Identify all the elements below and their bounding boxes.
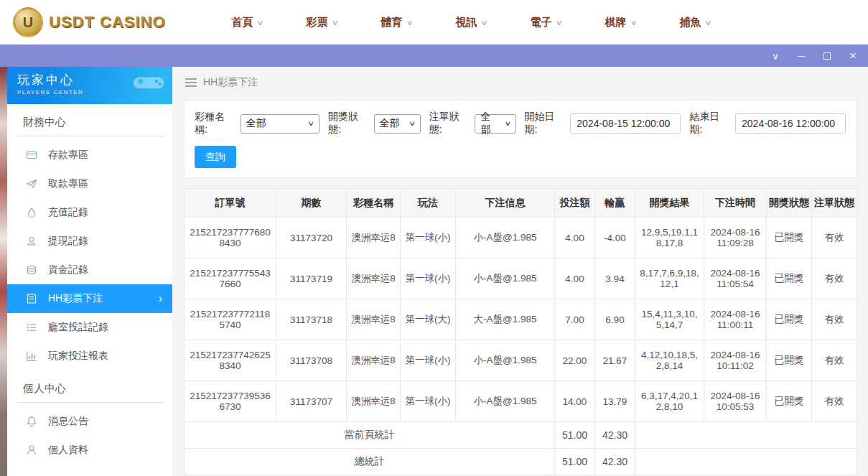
nav-item-label: 彩票 xyxy=(306,16,327,29)
chevron-down-icon: ∨ xyxy=(481,19,488,27)
draw-status-select-value: 全部 xyxy=(380,117,400,130)
window-minimize-icon[interactable]: ─ xyxy=(798,51,805,61)
cell-amount: 22.00 xyxy=(555,340,595,381)
cell-bet-info: 小-A盤@1.985 xyxy=(456,381,555,422)
list-icon xyxy=(26,322,37,333)
nav-item-label: 視訊 xyxy=(455,16,477,29)
cell-period: 31173707 xyxy=(276,381,347,422)
page-summary-label: 當前頁統計 xyxy=(185,422,555,449)
chevron-right-icon: › xyxy=(159,292,162,305)
logo[interactable]: U USDT CASINO xyxy=(13,7,166,37)
order-status-select-value: 全部 xyxy=(480,111,500,136)
nav-item-sports[interactable]: 體育 ∨ xyxy=(360,16,434,29)
cell-draw-status: 已開獎 xyxy=(767,381,812,422)
bets-table: 訂單號 期數 彩種名稱 玩法 下注信息 投注額 輸贏 開獎結果 下注時間 開獎狀… xyxy=(184,188,857,475)
window-collapse-icon[interactable]: ∨ xyxy=(772,51,779,61)
nav-item-label: 電子 xyxy=(530,16,551,29)
cell-play: 第一球(小) xyxy=(401,381,456,422)
cell-order-id: 2152172377721185740 xyxy=(185,299,276,340)
logo-text: USDT CASINO xyxy=(49,13,166,32)
nav-item-lottery[interactable]: 彩票 ∨ xyxy=(285,16,360,29)
search-button[interactable]: 查詢 xyxy=(195,146,236,168)
menu-icon[interactable] xyxy=(185,78,197,88)
sidebar-item-hh-lottery-bets[interactable]: HH彩票下注 › xyxy=(7,284,172,313)
sidebar-item-funds-record[interactable]: 資金記錄 xyxy=(7,256,172,284)
sidebar-item-deposit[interactable]: 存款專區 xyxy=(7,141,172,169)
filter-row: 彩種名稱: 全部 ∨ 開獎狀態: 全部 ∨ 注單狀態: 全部 ∨ 開始日期: 結… xyxy=(195,111,846,136)
draw-status-select[interactable]: 全部 ∨ xyxy=(374,114,421,134)
nav-item-slots[interactable]: 電子 ∨ xyxy=(509,16,584,29)
cell-order-status: 有效 xyxy=(812,218,857,258)
nav-item-live[interactable]: 視訊 ∨ xyxy=(434,16,509,29)
order-status-select[interactable]: 全部 ∨ xyxy=(475,114,515,134)
section-personal-heading: 個人中心 xyxy=(17,382,164,403)
page-title: HH彩票下注 xyxy=(203,76,258,89)
cell-lottery: 澳洲幸运8 xyxy=(347,299,401,340)
sidebar-item-announcements[interactable]: 消息公告 xyxy=(7,407,172,436)
cell-time: 2024-08-16 11:09:28 xyxy=(704,218,767,258)
sidebar-item-label: 取款專區 xyxy=(48,177,88,190)
cell-order-status: 有效 xyxy=(812,299,857,340)
top-navbar: U USDT CASINO 首頁 ∨ 彩票 ∨ 體育 ∨ 視訊 ∨ 電子 ∨ 棋… xyxy=(0,0,868,45)
col-lottery: 彩種名稱 xyxy=(347,189,401,218)
logo-icon: U xyxy=(13,7,43,37)
cell-amount: 4.00 xyxy=(555,218,595,258)
cell-lottery: 澳洲幸运8 xyxy=(347,258,401,299)
sidebar-item-profile[interactable]: 個人資料 xyxy=(7,436,172,465)
sidebar-item-withdraw-record[interactable]: 提現記錄 xyxy=(7,227,172,256)
col-draw-status: 開獎狀態 xyxy=(767,189,812,218)
table-row: 2152172377721185740 31173718 澳洲幸运8 第一球(大… xyxy=(185,299,857,340)
start-date-label: 開始日期: xyxy=(525,111,567,136)
chevron-down-icon: ∨ xyxy=(705,19,712,27)
finance-menu: 存款專區 取款專區 充值記錄 提現記錄 資金記錄 HH彩票下注 › xyxy=(7,141,172,370)
cell-order-status: 有效 xyxy=(812,258,857,299)
cell-order-status: 有效 xyxy=(812,340,857,381)
cell-period: 31173708 xyxy=(276,340,347,381)
cell-bet-info: 小-A盤@1.985 xyxy=(456,340,555,381)
grand-summary-label: 總統計 xyxy=(185,449,555,475)
nav-item-fishing[interactable]: 捕魚 ∨ xyxy=(658,16,733,29)
col-time: 下注時間 xyxy=(704,189,767,218)
col-bet-info: 下注信息 xyxy=(456,189,555,218)
personal-menu: 消息公告 個人資料 xyxy=(7,407,172,465)
sidebar-item-room-bet-record[interactable]: 廳室投註記錄 xyxy=(7,313,172,342)
table-row: 2152172377755437660 31173719 澳洲幸运8 第一球(小… xyxy=(185,258,857,299)
window-close-icon[interactable]: × xyxy=(849,50,857,62)
bets-table-wrap: 訂單號 期數 彩種名稱 玩法 下注信息 投注額 輸贏 開獎結果 下注時間 開獎狀… xyxy=(184,188,857,475)
col-order-id: 訂單號 xyxy=(185,189,276,218)
cell-play: 第一球(小) xyxy=(401,258,456,299)
cell-period: 31173719 xyxy=(276,258,347,299)
cell-play: 第一球(小) xyxy=(401,218,456,258)
sidebar-item-label: 資金記錄 xyxy=(48,263,88,276)
col-amount: 投注額 xyxy=(555,189,595,218)
lottery-select[interactable]: 全部 ∨ xyxy=(241,114,319,134)
sidebar-item-label: 廳室投註記錄 xyxy=(48,321,108,334)
breadcrumb: HH彩票下注 xyxy=(172,67,868,98)
cell-amount: 4.00 xyxy=(555,258,595,299)
grand-summary-win-loss: 42.30 xyxy=(595,449,635,475)
sidebar-item-withdraw[interactable]: 取款專區 xyxy=(7,169,172,198)
background-image-strip xyxy=(0,67,7,476)
cell-bet-info: 小-A盤@1.985 xyxy=(456,258,555,299)
send-icon xyxy=(26,178,37,190)
sidebar-item-player-bet-report[interactable]: 玩家投注報表 xyxy=(7,342,172,370)
nav-item-boardgames[interactable]: 棋牌 ∨ xyxy=(584,16,658,29)
cell-order-id: 2152172377776808430 xyxy=(185,218,276,258)
cell-order-id: 2152172377755437660 xyxy=(185,258,276,299)
cell-win-loss: 13.79 xyxy=(595,381,635,422)
sidebar-item-label: 玩家投注報表 xyxy=(48,350,108,363)
cell-result: 6,3,17,4,20,12,8,10 xyxy=(635,381,704,422)
cell-draw-status: 已開獎 xyxy=(767,258,812,299)
cell-play: 第一球(小) xyxy=(401,340,456,381)
cell-period: 31173720 xyxy=(276,218,347,258)
chevron-down-icon: ∨ xyxy=(504,120,511,127)
window-maximize-icon[interactable] xyxy=(823,52,831,60)
sidebar-item-recharge-record[interactable]: 充值記錄 xyxy=(7,198,172,227)
nav-item-home[interactable]: 首頁 ∨ xyxy=(210,16,285,29)
chevron-down-icon: ∨ xyxy=(409,120,416,127)
end-date-input[interactable] xyxy=(735,113,846,134)
cell-lottery: 澳洲幸运8 xyxy=(347,381,401,422)
sidebar-item-label: 個人資料 xyxy=(48,444,88,457)
chevron-down-icon: ∨ xyxy=(406,19,414,27)
start-date-input[interactable] xyxy=(570,113,681,134)
